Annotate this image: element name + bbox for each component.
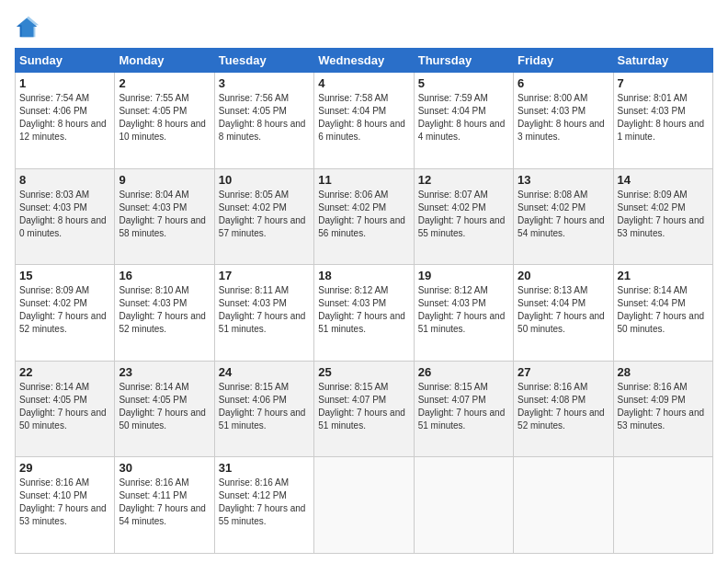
day-number: 30 <box>119 461 210 475</box>
calendar-cell: 7Sunrise: 8:01 AMSunset: 4:03 PMDaylight… <box>613 73 712 169</box>
cell-info: Sunrise: 8:07 AMSunset: 4:02 PMDaylight:… <box>418 189 509 240</box>
day-number: 22 <box>19 365 110 379</box>
calendar-cell: 29Sunrise: 8:16 AMSunset: 4:10 PMDayligh… <box>16 457 115 554</box>
day-number: 2 <box>119 76 210 90</box>
day-number: 8 <box>19 173 110 187</box>
calendar-cell <box>514 457 613 554</box>
calendar-cell: 12Sunrise: 8:07 AMSunset: 4:02 PMDayligh… <box>414 168 513 265</box>
day-number: 29 <box>19 461 110 475</box>
day-number: 6 <box>518 76 609 90</box>
cell-info: Sunrise: 8:03 AMSunset: 4:03 PMDaylight:… <box>19 189 110 240</box>
day-number: 18 <box>318 269 409 282</box>
day-number: 14 <box>618 173 709 187</box>
calendar-cell: 10Sunrise: 8:05 AMSunset: 4:02 PMDayligh… <box>214 168 313 265</box>
day-number: 13 <box>518 173 609 187</box>
cell-info: Sunrise: 7:55 AMSunset: 4:05 PMDaylight:… <box>119 92 210 144</box>
cell-info: Sunrise: 8:13 AMSunset: 4:04 PMDaylight:… <box>518 284 609 336</box>
logo-icon <box>15 15 40 40</box>
calendar-cell: 17Sunrise: 8:11 AMSunset: 4:03 PMDayligh… <box>214 265 313 362</box>
day-number: 12 <box>418 173 509 187</box>
cell-info: Sunrise: 8:12 AMSunset: 4:03 PMDaylight:… <box>318 284 409 336</box>
day-number: 9 <box>119 173 210 187</box>
cell-info: Sunrise: 8:08 AMSunset: 4:02 PMDaylight:… <box>518 189 609 240</box>
week-row-4: 29Sunrise: 8:16 AMSunset: 4:10 PMDayligh… <box>16 457 713 554</box>
calendar-cell: 6Sunrise: 8:00 AMSunset: 4:03 PMDaylight… <box>514 73 613 169</box>
col-header-friday: Friday <box>514 49 613 73</box>
day-number: 10 <box>219 173 310 187</box>
day-number: 21 <box>618 269 709 282</box>
calendar-cell: 15Sunrise: 8:09 AMSunset: 4:02 PMDayligh… <box>16 265 115 362</box>
calendar-cell <box>414 457 513 554</box>
cell-info: Sunrise: 8:09 AMSunset: 4:02 PMDaylight:… <box>19 284 110 336</box>
calendar-cell: 31Sunrise: 8:16 AMSunset: 4:12 PMDayligh… <box>214 457 313 554</box>
calendar-cell: 27Sunrise: 8:16 AMSunset: 4:08 PMDayligh… <box>514 361 613 457</box>
calendar-cell: 1Sunrise: 7:54 AMSunset: 4:06 PMDaylight… <box>16 73 115 169</box>
cell-info: Sunrise: 7:59 AMSunset: 4:04 PMDaylight:… <box>418 92 509 144</box>
cell-info: Sunrise: 7:58 AMSunset: 4:04 PMDaylight:… <box>318 92 409 144</box>
calendar-cell: 8Sunrise: 8:03 AMSunset: 4:03 PMDaylight… <box>16 168 115 265</box>
day-number: 31 <box>219 461 310 475</box>
cell-info: Sunrise: 8:11 AMSunset: 4:03 PMDaylight:… <box>219 284 310 336</box>
cell-info: Sunrise: 8:14 AMSunset: 4:04 PMDaylight:… <box>618 284 709 336</box>
logo <box>15 15 44 40</box>
calendar-cell: 24Sunrise: 8:15 AMSunset: 4:06 PMDayligh… <box>214 361 313 457</box>
cell-info: Sunrise: 8:12 AMSunset: 4:03 PMDaylight:… <box>418 284 509 336</box>
cell-info: Sunrise: 8:15 AMSunset: 4:06 PMDaylight:… <box>219 381 310 432</box>
calendar-cell: 25Sunrise: 8:15 AMSunset: 4:07 PMDayligh… <box>314 361 414 457</box>
calendar-cell: 21Sunrise: 8:14 AMSunset: 4:04 PMDayligh… <box>613 265 712 362</box>
calendar-cell <box>613 457 712 554</box>
calendar-cell: 23Sunrise: 8:14 AMSunset: 4:05 PMDayligh… <box>115 361 214 457</box>
col-header-thursday: Thursday <box>414 49 513 73</box>
week-row-1: 8Sunrise: 8:03 AMSunset: 4:03 PMDaylight… <box>16 168 713 265</box>
cell-info: Sunrise: 7:56 AMSunset: 4:05 PMDaylight:… <box>219 92 310 144</box>
col-header-saturday: Saturday <box>613 49 712 73</box>
cell-info: Sunrise: 8:15 AMSunset: 4:07 PMDaylight:… <box>418 381 509 432</box>
day-number: 25 <box>318 365 409 379</box>
calendar-cell: 30Sunrise: 8:16 AMSunset: 4:11 PMDayligh… <box>115 457 214 554</box>
day-number: 20 <box>518 269 609 282</box>
calendar-cell: 13Sunrise: 8:08 AMSunset: 4:02 PMDayligh… <box>514 168 613 265</box>
header <box>15 15 713 40</box>
calendar-cell: 9Sunrise: 8:04 AMSunset: 4:03 PMDaylight… <box>115 168 214 265</box>
page: SundayMondayTuesdayWednesdayThursdayFrid… <box>0 0 728 563</box>
cell-info: Sunrise: 8:10 AMSunset: 4:03 PMDaylight:… <box>119 284 210 336</box>
cell-info: Sunrise: 8:09 AMSunset: 4:02 PMDaylight:… <box>618 189 709 240</box>
day-number: 11 <box>318 173 409 187</box>
col-header-tuesday: Tuesday <box>214 49 313 73</box>
col-header-wednesday: Wednesday <box>314 49 414 73</box>
calendar-cell: 26Sunrise: 8:15 AMSunset: 4:07 PMDayligh… <box>414 361 513 457</box>
cell-info: Sunrise: 8:05 AMSunset: 4:02 PMDaylight:… <box>219 189 310 240</box>
calendar-cell: 4Sunrise: 7:58 AMSunset: 4:04 PMDaylight… <box>314 73 414 169</box>
cell-info: Sunrise: 8:16 AMSunset: 4:08 PMDaylight:… <box>518 381 609 432</box>
day-number: 28 <box>618 365 709 379</box>
calendar-cell: 18Sunrise: 8:12 AMSunset: 4:03 PMDayligh… <box>314 265 414 362</box>
cell-info: Sunrise: 8:06 AMSunset: 4:02 PMDaylight:… <box>318 189 409 240</box>
cell-info: Sunrise: 8:00 AMSunset: 4:03 PMDaylight:… <box>518 92 609 144</box>
calendar-cell: 19Sunrise: 8:12 AMSunset: 4:03 PMDayligh… <box>414 265 513 362</box>
cell-info: Sunrise: 8:16 AMSunset: 4:10 PMDaylight:… <box>19 477 110 528</box>
calendar-cell: 3Sunrise: 7:56 AMSunset: 4:05 PMDaylight… <box>214 73 313 169</box>
calendar-cell: 5Sunrise: 7:59 AMSunset: 4:04 PMDaylight… <box>414 73 513 169</box>
day-number: 5 <box>418 76 509 90</box>
col-header-sunday: Sunday <box>16 49 115 73</box>
cell-info: Sunrise: 8:14 AMSunset: 4:05 PMDaylight:… <box>119 381 210 432</box>
calendar-cell: 11Sunrise: 8:06 AMSunset: 4:02 PMDayligh… <box>314 168 414 265</box>
day-number: 7 <box>618 76 709 90</box>
cell-info: Sunrise: 8:16 AMSunset: 4:12 PMDaylight:… <box>219 477 310 528</box>
day-number: 17 <box>219 269 310 282</box>
day-number: 27 <box>518 365 609 379</box>
cell-info: Sunrise: 8:04 AMSunset: 4:03 PMDaylight:… <box>119 189 210 240</box>
day-number: 4 <box>318 76 409 90</box>
week-row-2: 15Sunrise: 8:09 AMSunset: 4:02 PMDayligh… <box>16 265 713 362</box>
week-row-0: 1Sunrise: 7:54 AMSunset: 4:06 PMDaylight… <box>16 73 713 169</box>
week-row-3: 22Sunrise: 8:14 AMSunset: 4:05 PMDayligh… <box>16 361 713 457</box>
calendar-header-row: SundayMondayTuesdayWednesdayThursdayFrid… <box>16 49 713 73</box>
calendar-cell <box>314 457 414 554</box>
cell-info: Sunrise: 8:01 AMSunset: 4:03 PMDaylight:… <box>618 92 709 144</box>
day-number: 23 <box>119 365 210 379</box>
calendar-cell: 16Sunrise: 8:10 AMSunset: 4:03 PMDayligh… <box>115 265 214 362</box>
day-number: 19 <box>418 269 509 282</box>
cell-info: Sunrise: 8:16 AMSunset: 4:09 PMDaylight:… <box>618 381 709 432</box>
cell-info: Sunrise: 8:15 AMSunset: 4:07 PMDaylight:… <box>318 381 409 432</box>
calendar-cell: 28Sunrise: 8:16 AMSunset: 4:09 PMDayligh… <box>613 361 712 457</box>
